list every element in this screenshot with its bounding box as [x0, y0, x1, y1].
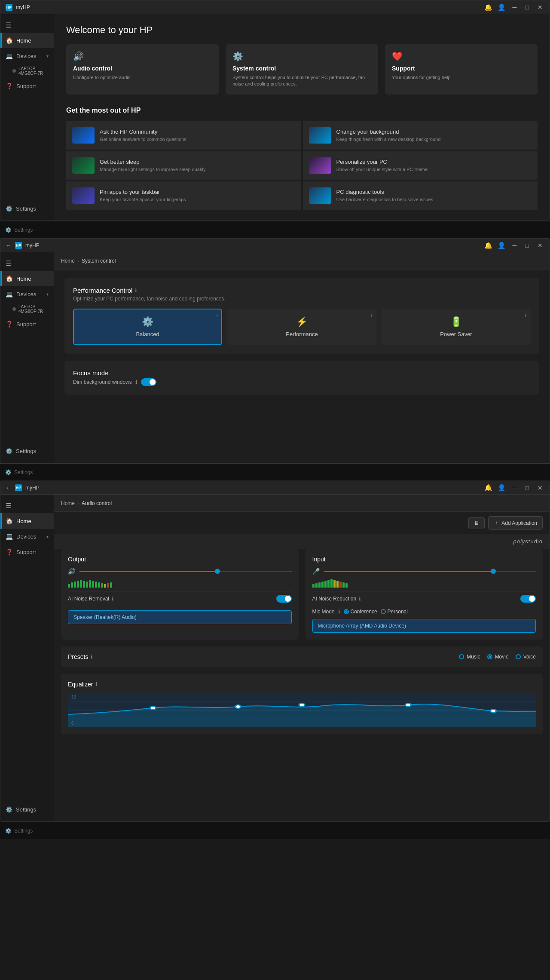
user-icon-1[interactable]: 👤 [498, 3, 506, 11]
input-device-selector[interactable]: Microphone Array (AMD Audio Device) [312, 619, 536, 633]
sub-item-label-1: LAPTOP-4MG8OF-7R [18, 66, 49, 76]
perf-info-corner[interactable]: ℹ [370, 313, 372, 318]
settings-btn-1[interactable]: ⚙️ Settings [0, 202, 54, 215]
add-application-btn[interactable]: ＋ Add Application [488, 516, 543, 530]
radio-personal[interactable]: Personal [381, 609, 408, 615]
app-title-2: myHP [25, 242, 40, 248]
card-support[interactable]: ❤️ Support Your options for getting help [385, 44, 538, 95]
card-system[interactable]: ⚙️ System control System control helps y… [226, 44, 378, 95]
feature-sleep[interactable]: Get better sleep Manage blue light setti… [66, 151, 301, 180]
app-layout-1: ☰ 🏠 Home 💻 Devices ▾ LAPTOP-4MG8OF-7R ❓ … [0, 14, 550, 220]
eq-y-bottom-label: 6 [71, 721, 74, 726]
back-btn-2[interactable]: ← [6, 242, 12, 249]
radio-conference[interactable]: Conference [344, 609, 377, 615]
monitor-btn[interactable]: 🖥 [468, 517, 485, 529]
eq-bar-i-4 [321, 582, 324, 588]
eq-info-icon[interactable]: ℹ [95, 681, 98, 687]
power-info-corner[interactable]: ℹ [525, 313, 526, 318]
perf-card-power-saver[interactable]: ℹ 🔋 Power Saver [382, 309, 531, 345]
breadcrumb-home-2[interactable]: Home [61, 258, 75, 264]
sidebar-item-home-1[interactable]: 🏠 Home [0, 33, 54, 48]
settings-btn-3[interactable]: ⚙️ Settings [0, 803, 54, 816]
breadcrumb-home-3[interactable]: Home [61, 500, 75, 506]
feature-community[interactable]: Ask the HP Community Get online answers … [66, 121, 301, 150]
sidebar-item-home-2[interactable]: 🏠 Home [0, 271, 54, 286]
app-icon-2: HP [15, 242, 22, 249]
perf-card-balanced[interactable]: ℹ ⚙️ Balanced [73, 309, 222, 345]
sidebar-label-devices-3: Devices [16, 533, 36, 540]
sidebar-sub-laptop-1[interactable]: LAPTOP-4MG8OF-7R [0, 64, 54, 78]
close-btn-3[interactable]: ✕ [536, 484, 544, 492]
ai-removal-info[interactable]: ℹ [112, 596, 114, 602]
sidebar-item-devices-2[interactable]: 💻 Devices ▾ [0, 286, 54, 302]
sidebar-item-support-3[interactable]: ❓ Support [0, 544, 54, 560]
preset-voice[interactable]: Voice [516, 654, 536, 660]
eq-bar-o-3 [74, 582, 76, 588]
feature-personalize[interactable]: Personalize your PC Show off your unique… [303, 151, 538, 180]
restore-btn-1[interactable]: □ [524, 3, 531, 12]
preset-movie[interactable]: Movie [487, 654, 509, 660]
card-audio[interactable]: 🔊 Audio control Configure to optimize au… [66, 44, 219, 95]
input-slider-thumb[interactable] [491, 569, 496, 574]
output-slider-thumb[interactable] [215, 569, 220, 574]
settings-btn-2[interactable]: ⚙️ Settings [0, 444, 54, 458]
minimize-btn-1[interactable]: ─ [511, 3, 519, 12]
focus-info-icon[interactable]: ℹ [135, 379, 138, 385]
restore-btn-3[interactable]: □ [524, 484, 531, 492]
user-icon-3[interactable]: 👤 [498, 484, 506, 492]
hamburger-3[interactable]: ☰ [0, 498, 54, 513]
bell-icon-2[interactable]: 🔔 [484, 242, 492, 249]
sidebar-item-devices-1[interactable]: 💻 Devices ▾ [0, 48, 54, 64]
sidebar-item-home-3[interactable]: 🏠 Home [0, 513, 54, 529]
output-vol-icon: 🔊 [68, 568, 75, 575]
close-btn-1[interactable]: ✕ [536, 3, 544, 12]
sidebar-label-home-1: Home [16, 37, 31, 44]
eq-bar-o-5 [80, 580, 82, 588]
minimize-btn-2[interactable]: ─ [511, 241, 519, 250]
mic-mode-info[interactable]: ℹ [338, 609, 340, 615]
output-slider-track[interactable] [79, 571, 292, 572]
focus-mode-row: Dim background windows ℹ [73, 378, 531, 386]
eq-handle-3 [299, 703, 305, 707]
sidebar-item-devices-3[interactable]: 💻 Devices ▾ [0, 529, 54, 544]
balanced-label: Balanced [81, 331, 214, 337]
perf-card-performance[interactable]: ℹ ⚡ Performance [227, 309, 376, 345]
feature-diagnostic[interactable]: PC diagnostic tools Use hardware diagnos… [303, 181, 538, 210]
bell-icon-3[interactable]: 🔔 [484, 484, 492, 492]
settings-row-3[interactable]: ⚙️ Settings [5, 828, 33, 834]
balanced-info-icon[interactable]: ℹ [216, 313, 218, 318]
settings-row-1[interactable]: ⚙️ Settings [5, 227, 33, 233]
close-btn-2[interactable]: ✕ [536, 241, 544, 250]
sidebar-sub-laptop-2[interactable]: LAPTOP-4MG8OF-7R [0, 302, 54, 316]
preset-music[interactable]: Music [459, 654, 480, 660]
feature-wallpaper[interactable]: Change your background Keep things fresh… [303, 121, 538, 150]
settings-row-2[interactable]: ⚙️ Settings [5, 469, 33, 475]
feat-desc-sleep: Manage blue light settings to improve sl… [100, 166, 205, 172]
presets-info[interactable]: ℹ [91, 654, 93, 660]
thumb-sleep [72, 157, 95, 174]
system-card-desc: System control helps you to optimize you… [232, 74, 371, 88]
sidebar-item-support-2[interactable]: ❓ Support [0, 316, 54, 332]
text-diagnostic: PC diagnostic tools Use hardware diagnos… [336, 189, 434, 202]
ai-reduction-toggle[interactable] [520, 595, 536, 603]
ai-removal-toggle[interactable] [276, 595, 292, 603]
output-device-selector[interactable]: Speaker (Realtek(R) Audio) [68, 610, 292, 624]
feature-taskbar[interactable]: Pin apps to your taskbar Keep your favor… [66, 181, 301, 210]
restore-btn-2[interactable]: □ [524, 241, 531, 250]
input-slider-track[interactable] [324, 571, 536, 572]
bell-icon-1[interactable]: 🔔 [484, 3, 492, 11]
breadcrumb-current-3: Audio control [82, 500, 112, 506]
input-device-label: Microphone Array (AMD Audio Device) [318, 623, 406, 629]
user-icon-2[interactable]: 👤 [498, 242, 506, 249]
breadcrumb-2: Home › System control [61, 258, 116, 264]
power-saver-label: Power Saver [389, 331, 523, 337]
minimize-btn-3[interactable]: ─ [511, 484, 519, 492]
hamburger-1[interactable]: ☰ [0, 18, 54, 33]
sidebar-item-support-1[interactable]: ❓ Support [0, 78, 54, 94]
back-btn-3[interactable]: ← [6, 484, 12, 491]
hamburger-2[interactable]: ☰ [0, 256, 54, 271]
titlebar-left-1: HP myHP [6, 4, 30, 11]
ai-reduction-info[interactable]: ℹ [359, 596, 361, 602]
focus-toggle[interactable] [141, 378, 156, 386]
perf-info-icon[interactable]: ℹ [135, 288, 137, 294]
